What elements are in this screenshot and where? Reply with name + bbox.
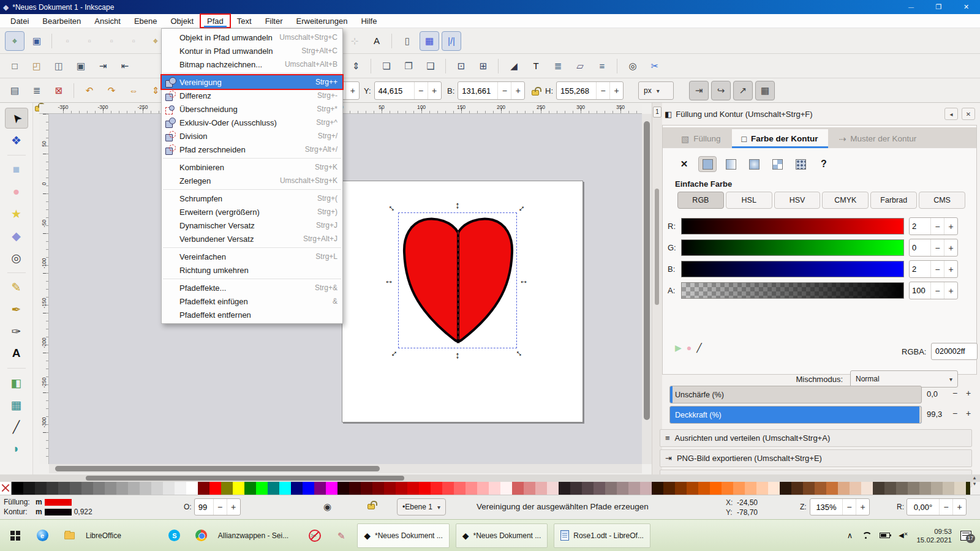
width-decrement-button[interactable] [497,82,511,99]
menu-item-pfad-zerschneiden[interactable]: Pfad zerschneiden Strg+Alt+/ [162,143,342,156]
palette-swatch[interactable] [314,482,326,495]
tab-fuellung[interactable]: ▧Füllung [671,129,731,148]
menu-item-differenz[interactable]: Differenz Strg+- [162,89,342,102]
grid-toggle[interactable]: ▦ [420,31,439,51]
start-button[interactable] [5,525,26,547]
blur-increment-button[interactable] [966,388,971,398]
palette-swatch[interactable] [628,482,640,495]
color-wheel-icon[interactable]: ▶ [675,343,682,353]
lock-ratio-icon[interactable] [532,90,539,96]
colorspace-hsl[interactable]: HSL [726,192,772,209]
tab-muster-der-kontur[interactable]: ⇢Muster der Kontur [829,129,927,148]
palette-swatch[interactable] [233,482,244,495]
import-button[interactable]: ⇥ [93,56,113,76]
opacity-increment[interactable] [227,499,240,515]
pencil-tool[interactable]: ✎ [5,277,28,298]
paint-radial-gradient-button[interactable] [745,156,763,172]
scale-handle-right[interactable] [518,274,529,285]
palette-scrollbar[interactable] [0,474,980,482]
horizontal-scrollbar[interactable] [49,464,642,473]
blocked-app-icon[interactable]: ✂ [303,525,324,547]
paint-unknown-button[interactable] [815,156,833,172]
palette-swatch[interactable] [93,482,105,495]
width-increment-button[interactable] [511,82,524,99]
palette-swatch[interactable] [687,482,698,495]
paint-linear-gradient-button[interactable] [722,156,740,172]
snap-bbox-corner-toggle[interactable]: ▫ [80,31,99,51]
new-document-button[interactable]: □ [5,56,24,76]
menu-item-bitmap-nachzeichnen[interactable]: Bitmap nachzeichnen... Umschalt+Alt+B [162,58,342,71]
palette-swatch[interactable] [209,482,221,495]
guides-toggle[interactable]: |/| [442,31,461,51]
eyedropper-button[interactable]: ╱ [696,343,701,353]
star-tool[interactable]: ★ [5,203,28,224]
channel-decrement-button[interactable] [930,218,944,234]
scale-handle-bottom-left[interactable] [387,347,398,358]
palette-swatch[interactable] [861,482,873,495]
fill-stroke-indicator[interactable]: Füllung: m Kontur: m 0,922 [4,497,92,517]
preferences-button[interactable]: ✂ [645,56,665,76]
folder-toolbar-label[interactable]: LibreOffice [86,531,121,540]
menu-ansicht[interactable]: Ansicht [88,14,127,28]
layer-selector[interactable]: •Ebene 1 [397,498,446,515]
blur-slider[interactable]: Unschärfe (%) [669,386,922,403]
menu-item-schrumpfen[interactable]: Schrumpfen Strg+( [162,192,342,205]
notification-center-icon[interactable]: 17 [960,531,971,541]
palette-swatch[interactable] [35,482,47,495]
chrome-icon[interactable] [191,525,212,547]
rectangle-tool[interactable]: ■ [5,159,28,180]
snap-bbox-midpoint-toggle[interactable]: ▫ [102,31,121,51]
palette-swatch[interactable] [140,482,151,495]
palette-swatch[interactable] [116,482,128,495]
rotate-ccw-button[interactable]: ↶ [80,81,99,100]
channel-slider-track[interactable] [681,239,904,256]
palette-swatch[interactable] [151,482,163,495]
gamut-warning-icon[interactable]: ● [687,343,692,353]
palette-swatch[interactable] [954,482,966,495]
menu-item-pfadeffekt-entfernen[interactable]: Pfadeffekt entfernen [162,308,342,321]
snap-others-toggle[interactable]: ⊹ [345,31,364,51]
palette-swatch[interactable] [349,482,361,495]
menu-item-objekt-in-pfad[interactable]: Objekt in Pfad umwandeln Umschalt+Strg+C [162,31,342,44]
zoom-input[interactable] [810,503,842,512]
palette-swatch[interactable] [186,482,198,495]
snap-text-baseline-toggle[interactable]: A [367,31,386,51]
scale-handle-bottom-right[interactable] [514,347,526,358]
close-button[interactable] [952,0,980,14]
menu-item-erweitern[interactable]: Erweitern (vergrößern) Strg+) [162,205,342,219]
text-dialog-button[interactable]: T [526,56,546,76]
palette-swatch[interactable] [0,482,12,495]
palette-swatch[interactable] [279,482,291,495]
channel-increment-button[interactable] [944,282,957,299]
palette-swatch[interactable] [163,482,175,495]
palette-swatch[interactable] [81,482,93,495]
folder-icon[interactable] [59,525,80,547]
channel-value-input[interactable] [910,264,930,274]
bezier-tool[interactable]: ✒ [5,299,28,320]
palette-swatch[interactable] [605,482,617,495]
palette-swatch[interactable] [442,482,454,495]
colorspace-cms[interactable]: CMS [919,192,965,209]
create-clone-button[interactable]: ❐ [399,56,418,76]
palette-swatch[interactable] [570,482,582,495]
palette-swatch[interactable] [326,482,337,495]
palette-swatch[interactable] [722,482,733,495]
unlink-clone-button[interactable]: ❑ [421,56,440,76]
snap-bbox-center-toggle[interactable]: ▫ [124,31,143,51]
menu-pfad[interactable]: Pfad [200,14,230,28]
paintbrush-app-icon[interactable]: ✐ [330,525,351,547]
panel-png-bild-exportieren[interactable]: ⇥ PNG-Bild exportieren (Umschalt+Strg+E) [660,449,972,467]
channel-value-input[interactable] [910,286,930,295]
ellipse-tool[interactable]: ● [5,181,28,202]
menu-objekt[interactable]: Objekt [164,14,200,28]
colorspace-rgb[interactable]: RGB [677,192,724,209]
palette-swatch[interactable] [396,482,407,495]
palette-swatch[interactable] [105,482,116,495]
palette-swatch[interactable] [512,482,524,495]
channel-increment-button[interactable] [944,218,957,234]
colorspace-farbrad[interactable]: Farbrad [870,192,917,209]
paint-none-button[interactable] [675,156,693,172]
channel-increment-button[interactable] [944,239,957,256]
rgba-input[interactable] [931,343,978,360]
layers-dialog-button[interactable]: ≣ [548,56,568,76]
